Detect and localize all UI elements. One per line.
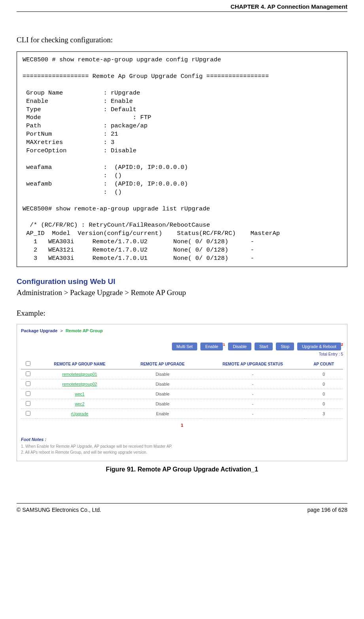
total-entry: Total Entry : 5 bbox=[21, 352, 343, 356]
table-row: rUpgrade Enable - 3 bbox=[21, 409, 343, 419]
breadcrumb-parent: Package Upgrade bbox=[21, 328, 57, 333]
footnote-1: 1. When Enable for Remote AP Upgrade, AP… bbox=[21, 443, 343, 449]
cell-upgrade: Disable bbox=[124, 399, 201, 409]
upgrade-reboot-button[interactable]: Upgrade & Reboot bbox=[297, 343, 341, 350]
row-checkbox[interactable] bbox=[26, 391, 30, 396]
webui-screenshot: Package Upgrade > Remote AP Group Multi … bbox=[17, 324, 347, 461]
annotation-2: 2 bbox=[341, 343, 343, 346]
cell-upgrade: Disable bbox=[124, 369, 201, 379]
copyright: © SAMSUNG Electronics Co., Ltd. bbox=[17, 507, 101, 513]
enable-button[interactable]: Enable bbox=[200, 343, 223, 350]
footnote-2: 2. All APs reboot in Remote Group, and w… bbox=[21, 449, 343, 455]
group-name-link[interactable]: rUpgrade bbox=[71, 411, 89, 416]
group-name-link[interactable]: remotetestgroup02 bbox=[62, 382, 97, 386]
cell-status: - bbox=[201, 389, 305, 399]
footnotes-heading: Foot Notes : bbox=[21, 437, 343, 442]
row-checkbox[interactable] bbox=[26, 371, 30, 376]
start-button[interactable]: Start bbox=[255, 343, 273, 350]
cell-count: 0 bbox=[304, 399, 343, 409]
cell-status: - bbox=[201, 399, 305, 409]
button-row: Multi Set Enable1 Disable Start Stop Upg… bbox=[21, 343, 343, 350]
col-count: AP COUNT bbox=[304, 359, 343, 369]
cell-upgrade: Disable bbox=[124, 389, 201, 399]
cli-output: WEC8500 # show remote-ap-group upgrade c… bbox=[17, 51, 347, 267]
group-table: REMOTE AP GROUP NAME REMOTE AP UPGRADE R… bbox=[21, 359, 343, 419]
disable-button[interactable]: Disable bbox=[228, 343, 251, 350]
annotation-center: 1 bbox=[21, 419, 343, 437]
section-title: Configuration using Web UI bbox=[17, 277, 347, 286]
row-checkbox[interactable] bbox=[26, 401, 30, 406]
col-status: REMOTE AP UPGRADE STATUS bbox=[201, 359, 305, 369]
select-all-checkbox[interactable] bbox=[26, 361, 30, 366]
col-name: REMOTE AP GROUP NAME bbox=[35, 359, 124, 369]
cell-count: 3 bbox=[304, 409, 343, 419]
cell-upgrade: Disable bbox=[124, 379, 201, 389]
cell-upgrade: Enable bbox=[124, 409, 201, 419]
row-checkbox[interactable] bbox=[26, 411, 30, 416]
table-row: wec2 Disable - 0 bbox=[21, 399, 343, 409]
annotation-1: 1 bbox=[223, 343, 225, 346]
row-checkbox[interactable] bbox=[26, 381, 30, 386]
cell-status: - bbox=[201, 369, 305, 379]
multi-set-button[interactable]: Multi Set bbox=[172, 343, 198, 350]
page-number: page 196 of 628 bbox=[307, 507, 347, 513]
group-name-link[interactable]: wec1 bbox=[75, 392, 85, 396]
figure-caption: Figure 91. Remote AP Group Upgrade Activ… bbox=[17, 466, 347, 473]
table-row: wec1 Disable - 0 bbox=[21, 389, 343, 399]
cell-count: 0 bbox=[304, 379, 343, 389]
page-footer: © SAMSUNG Electronics Co., Ltd. page 196… bbox=[17, 503, 347, 519]
group-name-link[interactable]: remotetestgroup01 bbox=[62, 372, 97, 377]
intro-text: CLI for checking configuration: bbox=[17, 36, 347, 44]
nav-path: Administration > Package Upgrade > Remot… bbox=[17, 288, 347, 297]
cell-count: 0 bbox=[304, 369, 343, 379]
chevron-right-icon: > bbox=[58, 328, 64, 333]
cell-status: - bbox=[201, 409, 305, 419]
col-upgrade: REMOTE AP UPGRADE bbox=[124, 359, 201, 369]
example-label: Example: bbox=[17, 309, 347, 318]
breadcrumb: Package Upgrade > Remote AP Group bbox=[21, 327, 343, 343]
table-row: remotetestgroup02 Disable - 0 bbox=[21, 379, 343, 389]
group-name-link[interactable]: wec2 bbox=[75, 401, 85, 406]
stop-button[interactable]: Stop bbox=[276, 343, 294, 350]
cell-count: 0 bbox=[304, 389, 343, 399]
breadcrumb-current: Remote AP Group bbox=[66, 328, 103, 333]
chapter-header: CHAPTER 4. AP Connection Management bbox=[17, 0, 347, 12]
table-row: remotetestgroup01 Disable - 0 bbox=[21, 369, 343, 379]
cell-status: - bbox=[201, 379, 305, 389]
